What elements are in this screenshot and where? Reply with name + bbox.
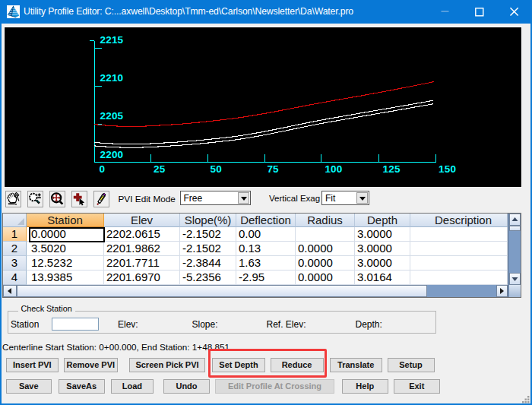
svg-text:125: 125: [383, 163, 401, 175]
svg-text:50: 50: [211, 163, 222, 175]
svg-text:25: 25: [154, 163, 166, 175]
svg-text:0: 0: [100, 163, 106, 175]
svg-text:2205: 2205: [100, 110, 124, 122]
svg-text:100: 100: [325, 163, 342, 175]
svg-text:2210: 2210: [100, 72, 124, 84]
svg-text:2215: 2215: [100, 34, 124, 46]
svg-text:75: 75: [267, 163, 279, 175]
svg-text:150: 150: [439, 163, 456, 175]
svg-text:2200: 2200: [100, 149, 124, 160]
